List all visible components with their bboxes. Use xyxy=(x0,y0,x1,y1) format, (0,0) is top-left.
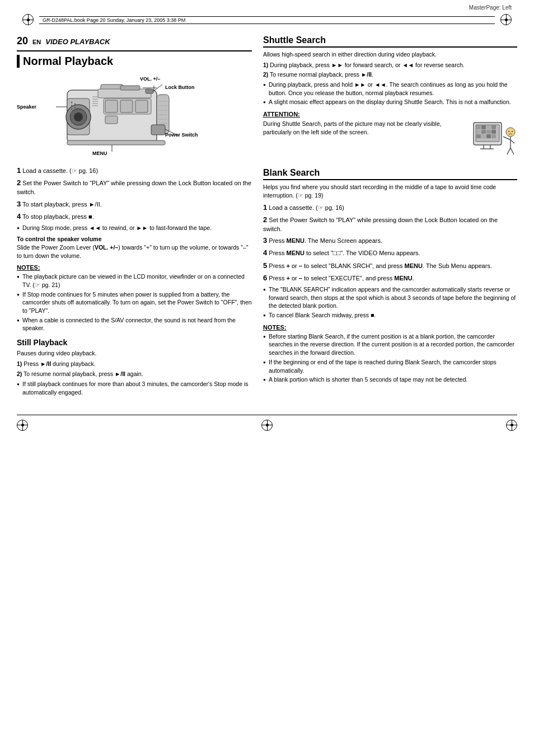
svg-point-29 xyxy=(71,105,73,107)
still-step1: 1) Press ►/II during playback. xyxy=(17,360,252,369)
blank-step-2: 2 Set the Power Switch to "PLAY" while p… xyxy=(263,215,517,234)
meta-bar: MasterPage: Left xyxy=(0,0,534,12)
shuttle-intro: Allows high-speed search in either direc… xyxy=(263,50,517,59)
svg-point-34 xyxy=(74,110,76,112)
blank-step-5: 5 Press + or – to select "BLANK SRCH", a… xyxy=(263,261,517,271)
svg-rect-46 xyxy=(491,125,496,129)
attention-svg xyxy=(472,120,517,159)
svg-rect-44 xyxy=(481,125,486,129)
notes-list: The playback picture can be viewed in th… xyxy=(17,273,252,332)
svg-line-64 xyxy=(507,148,510,154)
reg-cross-v-right xyxy=(506,14,507,25)
svg-line-62 xyxy=(503,137,510,140)
vol-label: VOL. +/– xyxy=(140,76,160,82)
blank-intro: Helps you find where you should start re… xyxy=(263,183,517,199)
svg-point-33 xyxy=(74,107,76,109)
svg-rect-50 xyxy=(491,130,496,134)
section-title: VIDEO PLAYBACK xyxy=(45,37,110,46)
blank-note-1: Before starting Blank Search, if the cur… xyxy=(263,332,517,357)
svg-point-4 xyxy=(74,112,83,121)
svg-point-59 xyxy=(508,131,509,132)
section-divider xyxy=(17,50,252,51)
lock-button-label: Lock Button xyxy=(165,84,195,90)
blank-step-4: 4 Press MENU to select "□□". The VIDEO M… xyxy=(263,248,517,258)
svg-rect-7 xyxy=(120,86,140,90)
step-1: 1 Load a cassette. (☞ pg. 16) xyxy=(17,166,252,176)
svg-rect-26 xyxy=(67,140,165,145)
blank-bullet-1: The "BLANK SEARCH" indication appears an… xyxy=(263,285,517,310)
page-number: 20 xyxy=(17,35,28,47)
reg-mark-right xyxy=(500,14,512,25)
svg-point-32 xyxy=(74,104,76,105)
svg-rect-52 xyxy=(481,134,486,138)
shuttle-bullet-1: During playback, press and hold ►► or ◄◄… xyxy=(263,81,517,97)
blank-note-3: A blank portion which is shorter than 5 … xyxy=(263,375,517,384)
note-item-2: If Stop mode continues for 5 minutes whe… xyxy=(17,290,252,315)
blank-notes-list: Before starting Blank Search, if the cur… xyxy=(263,332,517,384)
right-column: Shuttle Search Allows high-speed search … xyxy=(263,35,517,398)
svg-point-58 xyxy=(506,128,515,137)
svg-rect-48 xyxy=(481,130,486,134)
shuttle-search-section: Shuttle Search Allows high-speed search … xyxy=(263,35,517,160)
header-area: GR-D248PAL.book Page 20 Sunday, January … xyxy=(0,12,534,27)
svg-line-65 xyxy=(510,148,514,154)
blank-step-6: 6 Press + or – to select "EXECUTE", and … xyxy=(263,273,517,283)
svg-rect-25 xyxy=(151,125,165,135)
footer-reg-right xyxy=(506,420,517,431)
shuttle-bullets: During playback, press and hold ►► or ◄◄… xyxy=(263,81,517,106)
file-info: GR-D248PAL.book Page 20 Sunday, January … xyxy=(39,16,495,24)
section-header: 20 EN VIDEO PLAYBACK xyxy=(17,35,252,47)
blank-step-1: 1 Load a cassette. (☞ pg. 16) xyxy=(263,203,517,213)
step-2: 2 Set the Power Switch to "PLAY" while p… xyxy=(17,178,252,197)
svg-rect-54 xyxy=(491,134,496,138)
note-item-1: The playback picture can be viewed in th… xyxy=(17,273,252,289)
footer-line xyxy=(17,415,517,415)
blank-step-bullets: The "BLANK SEARCH" indication appears an… xyxy=(263,285,517,320)
shuttle-bullet-2: A slight mosaic effect appears on the di… xyxy=(263,98,517,106)
svg-rect-12 xyxy=(105,116,118,124)
footer-reg-left xyxy=(17,420,28,431)
page-en-label: EN xyxy=(32,39,41,45)
svg-point-28 xyxy=(71,102,73,104)
step-4: 4 To stop playback, press ■. xyxy=(17,212,252,222)
footer-reg-marks xyxy=(17,420,517,431)
svg-rect-11 xyxy=(135,100,148,112)
svg-rect-27 xyxy=(146,89,153,93)
svg-rect-47 xyxy=(476,130,481,134)
step-4-bullets: During Stop mode, press ◄◄ to rewind, or… xyxy=(17,224,252,232)
note-item-3: When a cable is connected to the S/AV co… xyxy=(17,316,252,332)
svg-rect-51 xyxy=(476,134,481,138)
attention-area: During Shuttle Search, parts of the pict… xyxy=(263,120,517,160)
blank-note-2: If the beginning or end of the tape is r… xyxy=(263,358,517,374)
svg-rect-53 xyxy=(486,134,491,138)
page: MasterPage: Left GR-D248PAL.book Page 20… xyxy=(0,0,534,756)
step-4-bullet: During Stop mode, press ◄◄ to rewind, or… xyxy=(17,224,252,232)
svg-rect-43 xyxy=(476,125,481,129)
still-bullets: If still playback continues for more tha… xyxy=(17,380,252,396)
left-column: 20 EN VIDEO PLAYBACK Normal Playback xyxy=(17,35,252,398)
shuttle-search-title: Shuttle Search xyxy=(263,35,517,48)
speaker-label: Speaker xyxy=(17,104,36,110)
svg-line-63 xyxy=(510,140,514,143)
footer-reg-center xyxy=(261,420,273,431)
master-page-label: MasterPage: Left xyxy=(469,4,512,11)
speaker-volume-heading: To control the speaker volume xyxy=(17,236,252,242)
still-playback-content: Pauses during video playback. 1) Press ►… xyxy=(17,349,252,397)
svg-point-60 xyxy=(512,131,513,132)
blank-step-3: 3 Press MENU. The Menu Screen appears. xyxy=(263,236,517,246)
still-intro: Pauses during video playback. xyxy=(17,349,252,358)
attention-illustration xyxy=(472,120,517,160)
blank-bullet-2: To cancel Blank Search midway, press ■. xyxy=(263,311,517,320)
footer-area xyxy=(0,415,534,431)
reg-cross-v-left xyxy=(28,14,29,25)
menu-label: MENU xyxy=(92,151,107,156)
still-playback-title: Still Playback xyxy=(17,338,252,347)
power-switch-label: Power Switch xyxy=(165,132,198,138)
step-3: 3 To start playback, press ►/II. xyxy=(17,199,252,209)
diagram-area: VOL. +/– Lock Button Speaker Power Switc… xyxy=(17,73,218,160)
still-step2: 2) To resume normal playback, press ►/II… xyxy=(17,370,252,379)
svg-rect-45 xyxy=(486,125,491,129)
blank-notes-header: NOTES: xyxy=(263,324,517,331)
notes-header: NOTES: xyxy=(17,264,252,271)
still-bullet-1: If still playback continues for more tha… xyxy=(17,380,252,396)
